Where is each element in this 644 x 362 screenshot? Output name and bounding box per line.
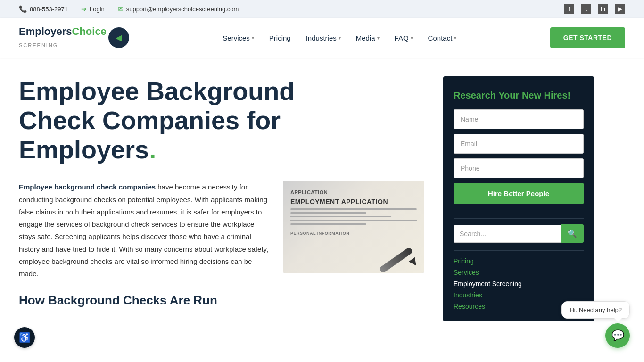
phone-field[interactable] — [454, 158, 584, 178]
app-personal-info: PERSONAL INFORMATION — [290, 231, 349, 236]
nav-media[interactable]: Media ▾ — [356, 34, 380, 42]
phone-number: 888-553-2971 — [30, 6, 68, 13]
sidebar-link-industries[interactable]: Industries — [454, 290, 584, 300]
app-line — [290, 216, 391, 217]
article-text: Employee background check companies have… — [19, 181, 269, 280]
login-label: Login — [90, 6, 105, 13]
logo[interactable]: EmployersChoice SCREENING — [19, 25, 129, 50]
search-wrap: 🔍 — [454, 224, 584, 243]
email-item[interactable]: ✉ support@employerschoicescreening.com — [118, 5, 239, 13]
chat-tooltip: Hi. Need any help? — [561, 301, 630, 319]
chevron-down-icon: ▾ — [339, 35, 341, 41]
pen-shape — [379, 247, 413, 273]
hire-better-button[interactable]: Hire Better People — [454, 183, 584, 204]
accessibility-icon: ♿ — [19, 332, 31, 343]
sidebar-divider-1 — [454, 218, 584, 219]
article-image: APPLICATION EMPLOYMENT APPLICATION PERSO… — [283, 181, 424, 273]
bold-link: Employee background check companies — [19, 183, 156, 191]
app-form-subtitle: EMPLOYMENT APPLICATION — [290, 198, 388, 206]
article-body: Employee background check companies have… — [19, 181, 424, 280]
login-item[interactable]: ➔ Login — [81, 5, 105, 13]
header: EmployersChoice SCREENING Services ▾ Pri… — [0, 18, 644, 58]
email-field[interactable] — [454, 134, 584, 154]
support-email: support@employerschoicescreening.com — [126, 6, 239, 13]
nav-contact[interactable]: Contact ▾ — [428, 34, 457, 42]
app-line — [290, 208, 417, 210]
sidebar-link-services[interactable]: Services — [454, 268, 584, 277]
phone-item[interactable]: 📞 888-553-2971 — [19, 5, 68, 13]
main-layout: Employee Background Check Companies for … — [0, 58, 644, 321]
nav-pricing[interactable]: Pricing — [269, 34, 291, 42]
employment-application-image: APPLICATION EMPLOYMENT APPLICATION PERSO… — [283, 181, 424, 273]
linkedin-icon[interactable]: in — [598, 4, 608, 14]
logo-brand-text: EmployersChoice SCREENING — [19, 25, 107, 49]
email-icon: ✉ — [118, 5, 124, 13]
content-area: Employee Background Check Companies for … — [19, 76, 424, 308]
chevron-down-icon: ▾ — [252, 35, 254, 41]
how-title: How Background Checks Are Run — [19, 293, 424, 308]
chat-icon: 💬 — [611, 329, 624, 342]
app-line — [290, 212, 366, 214]
phone-icon: 📞 — [19, 5, 27, 13]
logo-icon — [108, 27, 129, 48]
facebook-icon[interactable]: f — [564, 4, 574, 14]
name-field[interactable] — [454, 109, 584, 129]
hero-title: Employee Background Check Companies for … — [19, 76, 424, 164]
search-button[interactable]: 🔍 — [561, 224, 584, 243]
top-bar-left: 📞 888-553-2971 ➔ Login ✉ support@employe… — [19, 5, 239, 13]
app-line — [290, 223, 366, 225]
article-body-text: have become a necessity for conducting b… — [19, 183, 268, 278]
sidebar-link-employment-screening[interactable]: Employment Screening — [454, 279, 584, 288]
chevron-down-icon: ▾ — [411, 35, 413, 41]
sidebar-divider-2 — [454, 250, 584, 251]
nav-services[interactable]: Services ▾ — [223, 34, 254, 42]
main-nav: Services ▾ Pricing Industries ▾ Media ▾ … — [223, 34, 456, 42]
chevron-down-icon: ▾ — [454, 35, 456, 41]
app-form-title: APPLICATION — [290, 189, 328, 195]
arrow-icon: ➔ — [81, 5, 87, 13]
social-links: f t in ▶ — [564, 4, 625, 14]
twitter-icon[interactable]: t — [581, 4, 591, 14]
sidebar-link-pricing[interactable]: Pricing — [454, 256, 584, 266]
chat-widget: Hi. Need any help? 💬 — [561, 301, 630, 348]
app-form-lines — [290, 208, 417, 227]
nav-industries[interactable]: Industries ▾ — [306, 34, 341, 42]
logo-text-wrap: EmployersChoice SCREENING — [19, 25, 107, 50]
logo-choice-text: Choice — [72, 25, 107, 37]
search-input[interactable] — [454, 225, 561, 243]
search-icon: 🔍 — [568, 230, 577, 238]
sidebar-title: Research Your New Hires! — [454, 90, 584, 101]
hero-dot: . — [149, 135, 156, 164]
chat-button[interactable]: 💬 — [605, 323, 630, 348]
sidebar: Research Your New Hires! Hire Better Peo… — [443, 76, 594, 321]
pen-tip — [409, 257, 419, 268]
chevron-down-icon: ▾ — [377, 35, 380, 41]
app-line — [290, 220, 417, 221]
top-bar: 📞 888-553-2971 ➔ Login ✉ support@employe… — [0, 0, 644, 18]
accessibility-button[interactable]: ♿ — [14, 327, 35, 348]
youtube-icon[interactable]: ▶ — [615, 4, 625, 14]
get-started-button[interactable]: GET STARTED — [550, 27, 625, 48]
nav-faq[interactable]: FAQ ▾ — [395, 34, 413, 42]
